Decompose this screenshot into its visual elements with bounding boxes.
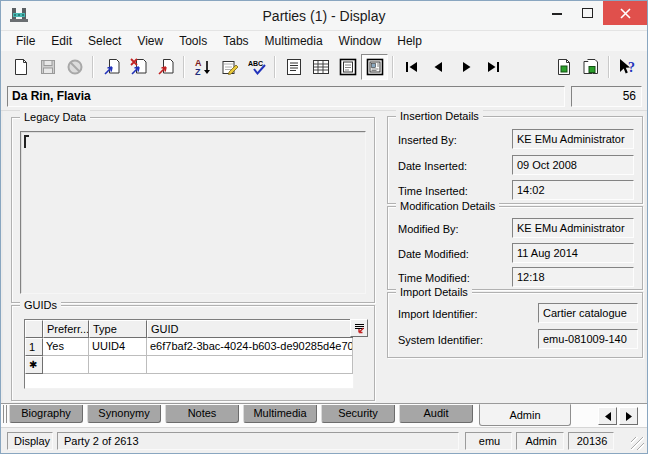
record-summary-field: Da Rin, Flavia — [7, 86, 565, 107]
cancel-icon — [65, 57, 85, 77]
toolbar-separator — [608, 56, 610, 78]
minimize-icon — [552, 8, 562, 18]
guids-header-row: Preferr... Type GUID — [25, 320, 353, 338]
next-record-button[interactable] — [452, 54, 479, 80]
import-details-group: Import Details Import Identifier: Cartie… — [387, 292, 643, 358]
replace-all-icon — [129, 57, 149, 77]
close-button[interactable] — [603, 1, 647, 25]
text-caret — [24, 135, 29, 148]
first-record-button[interactable] — [398, 54, 425, 80]
page-green-square-button[interactable] — [550, 54, 577, 80]
menu-view[interactable]: View — [129, 32, 171, 50]
new-record-icon — [11, 57, 31, 77]
menu-help[interactable]: Help — [389, 32, 430, 50]
time-inserted-field: 14:02 — [512, 180, 634, 200]
record-count-field: 56 — [571, 86, 642, 107]
replace-button[interactable] — [98, 54, 125, 80]
row-number-header — [25, 320, 43, 338]
replace-all-button[interactable] — [125, 54, 152, 80]
maximize-icon — [582, 8, 593, 18]
toolbar-separator — [92, 56, 94, 78]
help-button[interactable]: ? — [614, 54, 641, 80]
menu-select[interactable]: Select — [80, 32, 129, 50]
arrow-left-icon — [604, 412, 612, 421]
inserted-by-field: KE EMu Administrator — [512, 129, 634, 149]
replace-icon — [102, 57, 122, 77]
new-row-marker: ✱ — [25, 356, 43, 374]
menu-edit[interactable]: Edit — [43, 32, 80, 50]
save-button[interactable] — [34, 54, 61, 80]
last-record-button[interactable] — [479, 54, 506, 80]
system-identifier-label: System Identifier: — [398, 334, 483, 346]
type-column-header[interactable]: Type — [89, 320, 147, 338]
menu-multimedia[interactable]: Multimedia — [257, 32, 331, 50]
discard-icon — [156, 57, 176, 77]
sort-button[interactable]: A Z — [189, 54, 216, 80]
grid-options-button[interactable] — [350, 319, 368, 337]
tab-scroll-left-button[interactable] — [598, 407, 617, 425]
tab-notes[interactable]: Notes — [165, 405, 239, 423]
preferred-cell[interactable]: Yes — [43, 338, 89, 356]
menu-window[interactable]: Window — [331, 32, 390, 50]
app-window: Parties (1) - Display File Edit Select V… — [0, 0, 648, 454]
guid-column-header[interactable]: GUID — [147, 320, 353, 338]
insertion-details-label: Insertion Details — [396, 109, 483, 123]
minimize-button[interactable] — [541, 1, 572, 25]
time-modified-field: 12:18 — [512, 267, 634, 287]
menu-tabs[interactable]: Tabs — [215, 32, 256, 50]
previous-record-button[interactable] — [425, 54, 452, 80]
edit-button[interactable] — [216, 54, 243, 80]
preferred-cell[interactable] — [43, 356, 89, 374]
spell-check-icon: ABC — [247, 57, 267, 77]
edit-icon — [220, 57, 240, 77]
last-record-icon — [483, 57, 503, 77]
tab-multimedia[interactable]: Multimedia — [243, 405, 317, 423]
close-icon — [620, 8, 631, 19]
tab-audit[interactable]: Audit — [399, 405, 473, 423]
new-record-button[interactable] — [7, 54, 34, 80]
tab-strip-edge — [3, 405, 7, 423]
guid-cell[interactable] — [147, 356, 353, 374]
svg-text:?: ? — [628, 60, 635, 75]
sort-az-icon: A Z — [193, 57, 213, 77]
list-view-button[interactable] — [280, 54, 307, 80]
contact-view-button[interactable] — [361, 54, 388, 80]
modification-details-group: Modification Details Modified By: KE EMu… — [387, 206, 643, 290]
pages-green-square-button[interactable] — [577, 54, 604, 80]
inserted-by-label: Inserted By: — [398, 134, 457, 146]
tab-biography[interactable]: Biography — [9, 405, 83, 423]
page-view-button[interactable] — [334, 54, 361, 80]
resize-grip[interactable] — [631, 437, 644, 450]
import-identifier-label: Import Identifier: — [398, 308, 477, 320]
tab-scroll-right-button[interactable] — [619, 407, 638, 425]
tab-synonymy[interactable]: Synonymy — [87, 405, 161, 423]
svg-text:ABC: ABC — [248, 60, 263, 67]
table-row[interactable]: 1 Yes UUID4 e6f7baf2-3bac-4024-b603-de90… — [25, 338, 353, 356]
status-user: Admin — [516, 432, 564, 450]
first-record-icon — [402, 57, 422, 77]
menu-file[interactable]: File — [8, 32, 43, 50]
guid-cell[interactable]: e6f7baf2-3bac-4024-b603-de90285d4e70 — [147, 338, 353, 356]
save-icon — [38, 57, 58, 77]
table-row-new[interactable]: ✱ — [25, 356, 353, 374]
grid-view-button[interactable] — [307, 54, 334, 80]
time-modified-label: Time Modified: — [398, 272, 470, 284]
tab-security[interactable]: Security — [321, 405, 395, 423]
status-record-id: 20136 — [568, 432, 614, 450]
type-cell[interactable] — [89, 356, 147, 374]
legacy-data-textarea[interactable] — [20, 131, 366, 294]
guids-table[interactable]: Preferr... Type GUID 1 Yes UUID4 e6f7baf… — [24, 319, 354, 389]
tab-admin[interactable]: Admin — [479, 404, 571, 426]
type-cell[interactable]: UUID4 — [89, 338, 147, 356]
menu-tools[interactable]: Tools — [171, 32, 215, 50]
menu-bar: File Edit Select View Tools Tabs Multime… — [1, 30, 647, 51]
spell-check-button[interactable]: ABC — [243, 54, 270, 80]
help-pointer-icon: ? — [617, 57, 639, 77]
maximize-button[interactable] — [572, 1, 603, 25]
discard-button[interactable] — [152, 54, 179, 80]
date-modified-label: Date Modified: — [398, 248, 469, 260]
preferred-column-header[interactable]: Preferr... — [43, 320, 89, 338]
toolbar-separator — [183, 56, 185, 78]
admin-tab-page: Legacy Data GUIDs Preferr... Type GUID 1… — [1, 111, 647, 403]
cancel-button[interactable] — [61, 54, 88, 80]
